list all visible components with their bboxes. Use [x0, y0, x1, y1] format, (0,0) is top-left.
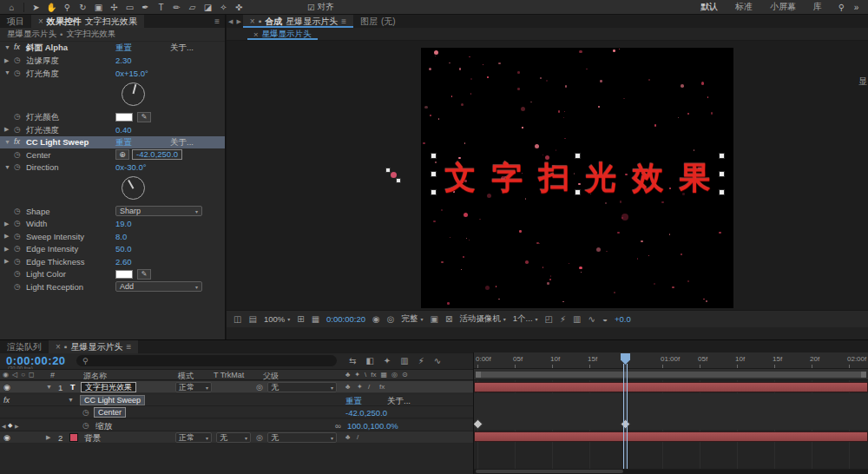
property-value[interactable]: 8.0 — [115, 232, 127, 241]
hand-tool-icon[interactable]: ✋ — [44, 1, 59, 14]
tab-layer[interactable]: 图层 (无) — [353, 15, 403, 28]
home-icon[interactable]: ⌂ — [4, 1, 19, 14]
expander-icon[interactable]: ▶ — [4, 126, 9, 133]
workspace-search-icon[interactable]: ⚲ — [834, 1, 849, 14]
selection-tool-icon[interactable]: ➤ — [29, 1, 43, 14]
property-row[interactable]: ◷Center-42.0,250.0 — [0, 406, 473, 418]
stopwatch-icon[interactable]: ◷ — [14, 112, 21, 121]
camera-tool-icon[interactable]: ▣ — [91, 1, 106, 14]
eraser-tool-icon[interactable]: ◪ — [201, 1, 215, 14]
workspace-tab[interactable]: 默认 — [700, 1, 718, 13]
expander-icon[interactable]: ▶ — [46, 434, 50, 441]
comp-canvas[interactable]: 文字扫光效果 — [421, 48, 733, 308]
property-name[interactable]: 缩放 — [95, 421, 112, 432]
snapping-toggle[interactable]: ☑ 对齐 — [307, 2, 334, 13]
angle-dial[interactable] — [122, 176, 145, 200]
clone-stamp-tool-icon[interactable]: ▱ — [185, 1, 200, 14]
reset-link[interactable]: 重置 — [115, 137, 132, 148]
fx-badge[interactable]: fx — [14, 137, 20, 146]
snap-checkbox-icon[interactable]: ☑ — [307, 3, 315, 12]
mode-dropdown[interactable]: 正常▾ — [175, 382, 212, 392]
property-value[interactable]: 50.0 — [115, 244, 132, 253]
property-value[interactable]: 100.0,100.0% — [347, 421, 398, 431]
stopwatch-icon[interactable]: ◷ — [14, 269, 21, 278]
stopwatch-icon[interactable]: ◷ — [14, 150, 21, 159]
property-value[interactable]: -42.0,250.0 — [345, 408, 387, 418]
effect-property-row[interactable]: ▶◷边缘厚度2.30 — [0, 55, 225, 68]
expander-icon[interactable]: ▼ — [4, 69, 10, 76]
expander-icon[interactable]: ▼ — [46, 384, 52, 390]
selection-handle[interactable] — [397, 179, 400, 182]
prev-keyframe-icon[interactable]: ◀ — [2, 423, 6, 429]
effect-property-row[interactable]: ◷Center⊕-42.0,250.0 — [0, 148, 225, 161]
mask-visibility-icon[interactable]: ▦ — [312, 314, 319, 324]
effect-header[interactable]: ▼fxCC Light Sweep重置关于... — [0, 136, 225, 149]
breadcrumb-layer[interactable]: 文字扫光效果 — [66, 29, 115, 40]
next-keyframe-icon[interactable]: ▶ — [15, 423, 19, 429]
selection-handle[interactable] — [575, 154, 580, 158]
stopwatch-icon[interactable]: ◷ — [14, 219, 21, 227]
selection-handle[interactable] — [386, 168, 390, 172]
tab-effect-controls[interactable]: × 效果控件 文字扫光效果 — [31, 15, 144, 28]
property-dropdown[interactable]: Sharp▾ — [115, 206, 202, 216]
workspace-tab[interactable]: 标准 — [735, 1, 753, 13]
color-swatch[interactable] — [115, 113, 133, 122]
expander-icon[interactable]: ▼ — [4, 44, 10, 50]
about-link[interactable]: 关于... — [170, 43, 194, 54]
close-icon[interactable]: × — [38, 16, 43, 26]
effect-property-row[interactable]: ▶◷Edge Intensity50.0 — [0, 243, 225, 256]
viewer-lock-icon[interactable]: ◫ — [233, 314, 241, 324]
close-icon[interactable]: × — [253, 30, 259, 39]
selection-handle[interactable] — [720, 190, 724, 194]
region-of-interest-icon[interactable]: ▣ — [430, 314, 437, 324]
flowchart-button-icon[interactable]: ∿ — [588, 314, 595, 324]
parent-dropdown[interactable]: 无▾ — [267, 432, 337, 443]
viewer-tab[interactable]: × 星爆显示片头 — [247, 28, 318, 40]
property-value[interactable]: 19.0 — [115, 219, 132, 228]
show-snapshot-icon[interactable]: ◎ — [387, 314, 395, 324]
trkmat-dropdown[interactable]: 无▾ — [216, 432, 251, 443]
puppet-pin-tool-icon[interactable]: ✜ — [232, 1, 247, 14]
effect-property-row[interactable]: ◷Light ReceptionAdd▾ — [0, 280, 225, 293]
expander-icon[interactable]: ▼ — [4, 164, 10, 170]
effect-property-row[interactable]: ▶◷Sweep Intensity8.0 — [0, 230, 225, 243]
pixel-aspect-icon[interactable]: ◰ — [545, 314, 553, 324]
work-area-bar[interactable] — [476, 372, 866, 378]
magnification-dropdown[interactable]: 100%▾ — [264, 314, 290, 324]
workspace-tab[interactable]: 库 — [813, 1, 822, 13]
timeline-button-icon[interactable]: ▥ — [573, 314, 581, 324]
stopwatch-icon[interactable]: ◷ — [14, 162, 21, 171]
layer-switch-icon[interactable]: ♣ — [345, 433, 350, 441]
stopwatch-icon[interactable]: ◷ — [14, 69, 21, 77]
stopwatch-icon[interactable]: ◷ — [14, 282, 21, 291]
exposure-value[interactable]: +0.0 — [615, 314, 631, 324]
expander-icon[interactable]: ▶ — [4, 221, 9, 227]
expander-icon[interactable]: ▶ — [4, 57, 9, 64]
stopwatch-icon[interactable]: ◷ — [14, 257, 21, 266]
expander-icon[interactable]: ▶ — [4, 233, 9, 240]
expander-icon[interactable]: ▼ — [68, 397, 74, 403]
layer-bar[interactable] — [474, 382, 868, 392]
stopwatch-icon[interactable]: ◷ — [14, 244, 21, 253]
fx-badge[interactable]: fx — [3, 396, 10, 405]
about-link[interactable]: 关于... — [170, 137, 194, 148]
toolbar-overflow-icon[interactable]: » — [849, 1, 864, 14]
stopwatch-icon[interactable]: ◷ — [14, 232, 21, 240]
tab-scroll-right-icon[interactable]: ▶ — [234, 15, 242, 28]
layer-name[interactable]: 背景 — [84, 433, 101, 444]
type-tool-icon[interactable]: T — [154, 1, 168, 14]
property-dropdown[interactable]: Add▾ — [115, 281, 202, 292]
fast-previews-icon[interactable]: ⚡ — [560, 314, 566, 324]
expander-icon[interactable]: ▶ — [4, 246, 9, 253]
workspace-tab[interactable]: 小屏幕 — [770, 1, 796, 13]
effect-property-row[interactable]: ▼◷灯光角度0x+15.0° — [0, 67, 225, 80]
effect-header[interactable]: ▼fx斜面 Alpha重置关于... — [0, 42, 225, 55]
selection-handle[interactable] — [720, 172, 724, 176]
stopwatch-icon[interactable]: ◷ — [14, 125, 21, 134]
scrollbar-thumb[interactable] — [476, 470, 623, 473]
exposure-icon[interactable]: ◒ — [602, 314, 608, 324]
expander-icon[interactable]: ▼ — [4, 139, 10, 145]
roto-brush-tool-icon[interactable]: ✧ — [216, 1, 231, 14]
pen-tool-icon[interactable]: ✒ — [138, 1, 153, 14]
eyedropper-icon[interactable]: ✎ — [137, 269, 151, 280]
